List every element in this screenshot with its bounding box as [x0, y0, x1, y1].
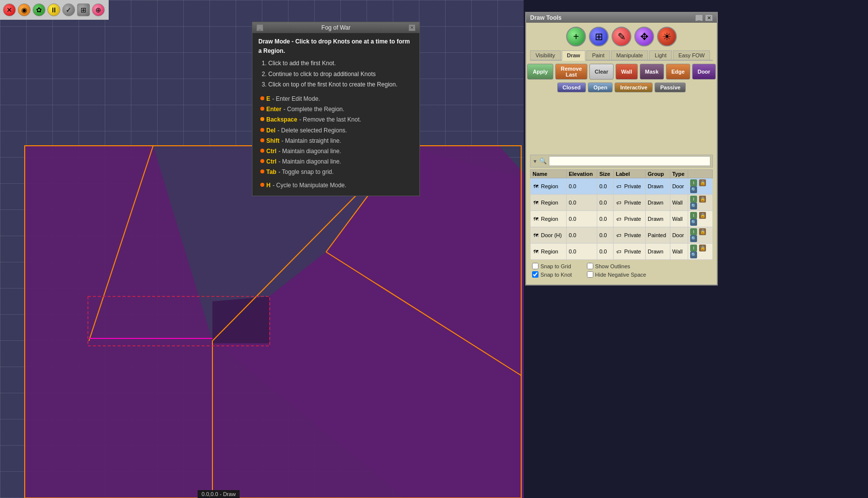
draw-tools-icon-row: + ⊞ ✎ ✥ ☀: [530, 27, 713, 46]
tab-easy-fow[interactable]: Easy FOW: [673, 50, 710, 60]
svg-marker-5: [25, 146, 521, 498]
draw-tools-empty-area: [530, 95, 713, 155]
paint-icon[interactable]: ✎: [612, 27, 631, 46]
instruction-3: Click on top of the first Knot to create…: [268, 80, 413, 89]
passive-button[interactable]: Passive: [655, 83, 686, 92]
draw-tools-minimize[interactable]: _: [695, 14, 703, 21]
fog-dialog-close[interactable]: ✕: [409, 24, 415, 31]
open-button[interactable]: Open: [588, 83, 613, 92]
instructions-list: Click to add the first Knot. Continue to…: [268, 59, 413, 89]
show-outlines-label: Show Outlines: [595, 263, 630, 269]
light-icon[interactable]: ☀: [657, 27, 677, 46]
fog-dialog-minimize[interactable]: _: [256, 24, 263, 31]
select-icon[interactable]: ⊞: [589, 27, 609, 46]
filter-arrow[interactable]: ▼: [533, 159, 537, 164]
wall-button[interactable]: Wall: [616, 64, 637, 80]
label-icon: 🏷: [616, 248, 622, 255]
toolbar-check-icon[interactable]: ✓: [62, 3, 75, 16]
draw-tools-titlebar: Draw Tools _ ✕: [526, 13, 717, 23]
table-row[interactable]: 🗺 Region 0.0 0.0 🏷 Private Drawn Wall I …: [531, 211, 713, 227]
action-edit-icon[interactable]: I: [690, 179, 697, 186]
interactive-button[interactable]: Interactive: [615, 83, 653, 92]
toolbar-grid-icon[interactable]: ⊞: [77, 3, 90, 16]
action-lock-icon[interactable]: 🔒: [699, 212, 706, 219]
action-search-icon[interactable]: 🔍: [690, 186, 697, 193]
region-icon: 🗺: [533, 183, 539, 190]
apply-button[interactable]: Apply: [527, 64, 553, 80]
action-edit-icon[interactable]: I: [690, 196, 697, 203]
draw-tools-close[interactable]: ✕: [705, 14, 713, 21]
action-search-icon[interactable]: 🔍: [690, 219, 697, 226]
search-icon: 🔍: [539, 158, 547, 165]
table-row[interactable]: 🗺 Region 0.0 0.0 🏷 Private Drawn Door I …: [531, 178, 713, 195]
cell-type: Wall: [670, 211, 688, 227]
action-search-icon[interactable]: 🔍: [690, 203, 697, 209]
checkbox-area: Snap to Grid Snap to Knot Show Outlines …: [530, 260, 713, 281]
table-row[interactable]: 🗺 Region 0.0 0.0 🏷 Private Drawn Wall I …: [531, 195, 713, 211]
key-e: E - Enter Edit Mode.: [260, 94, 413, 104]
toolbar-cross-icon[interactable]: ✕: [3, 3, 16, 16]
bullet-ctrl1: [260, 149, 264, 153]
edge-button[interactable]: Edge: [666, 64, 690, 80]
action-lock-icon[interactable]: 🔒: [699, 196, 706, 203]
draw-tools-body: + ⊞ ✎ ✥ ☀ Visibility Draw Paint Manipula…: [526, 23, 717, 285]
table-row[interactable]: 🗺 Door (H) 0.0 0.0 🏷 Private Painted Doo…: [531, 227, 713, 244]
col-elevation[interactable]: Elevation: [567, 170, 597, 178]
toolbar-circle-icon[interactable]: ◉: [18, 3, 31, 16]
tab-light[interactable]: Light: [649, 50, 672, 60]
manipulate-icon[interactable]: ✥: [634, 27, 654, 46]
col-size[interactable]: Size: [597, 170, 614, 178]
col-group[interactable]: Group: [646, 170, 670, 178]
cell-group: Drawn: [646, 178, 670, 195]
hide-negative-checkbox[interactable]: [587, 271, 593, 278]
col-name[interactable]: Name: [531, 170, 567, 178]
snap-grid-label: Snap to Grid: [540, 263, 571, 269]
bullet-e: [260, 96, 264, 100]
tab-draw[interactable]: Draw: [562, 50, 586, 61]
toolbar-pause-icon[interactable]: ⏸: [47, 3, 60, 16]
cell-group: Drawn: [646, 195, 670, 211]
snap-grid-checkbox[interactable]: [532, 263, 538, 269]
door-button[interactable]: Door: [692, 64, 716, 80]
snap-knot-label: Snap to Knot: [540, 272, 572, 278]
remove-last-button[interactable]: Remove Last: [555, 64, 587, 80]
tab-paint[interactable]: Paint: [586, 50, 610, 60]
region-icon: 🗺: [533, 248, 539, 255]
snap-knot-item: Snap to Knot: [532, 271, 572, 278]
action-search-icon[interactable]: 🔍: [690, 251, 697, 258]
cell-size: 0.0: [597, 227, 614, 244]
toolbar-leaf-icon[interactable]: ✿: [33, 3, 45, 16]
action-edit-icon[interactable]: I: [690, 245, 697, 251]
mask-button[interactable]: Mask: [640, 64, 664, 80]
col-label[interactable]: Label: [614, 170, 646, 178]
key-ctrl1: Ctrl - Maintain diagonal line.: [260, 147, 413, 156]
col-type[interactable]: Type: [670, 170, 688, 178]
svg-line-10: [326, 252, 521, 375]
hide-negative-item: Hide Negative Space: [587, 271, 646, 278]
action-edit-icon[interactable]: I: [690, 212, 697, 219]
cell-label: 🏷 Private: [614, 195, 646, 211]
snap-knot-checkbox[interactable]: [532, 271, 538, 278]
svg-line-6: [89, 146, 153, 341]
clear-button[interactable]: Clear: [589, 64, 614, 80]
cell-type: Door: [670, 178, 688, 195]
action-search-icon[interactable]: 🔍: [690, 235, 697, 242]
action-edit-icon[interactable]: I: [690, 228, 697, 235]
table-row[interactable]: 🗺 Region 0.0 0.0 🏷 Private Drawn Wall I …: [531, 244, 713, 260]
bullet-h: [260, 183, 264, 187]
show-outlines-checkbox[interactable]: [587, 263, 593, 269]
regions-tbody: 🗺 Region 0.0 0.0 🏷 Private Drawn Door I …: [531, 178, 713, 260]
tab-manipulate[interactable]: Manipulate: [611, 50, 649, 60]
region-icon: 🗺: [533, 199, 539, 206]
cell-actions: I 🔒 🔍: [688, 178, 713, 195]
action-lock-icon[interactable]: 🔒: [699, 179, 706, 186]
closed-button[interactable]: Closed: [557, 83, 586, 92]
tab-visibility[interactable]: Visibility: [530, 50, 561, 60]
toolbar-target-icon[interactable]: ⊕: [92, 3, 105, 16]
cell-elevation: 0.0: [567, 178, 597, 195]
action-lock-icon[interactable]: 🔒: [699, 245, 706, 251]
action-lock-icon[interactable]: 🔒: [699, 228, 706, 235]
cell-size: 0.0: [597, 178, 614, 195]
add-region-icon[interactable]: +: [566, 27, 586, 46]
filter-input[interactable]: [549, 156, 710, 166]
